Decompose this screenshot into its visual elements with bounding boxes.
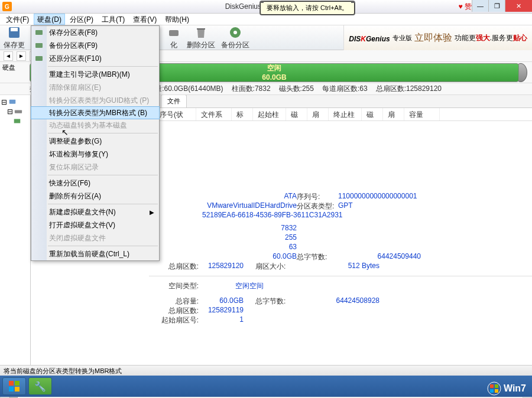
dl-totbytes: 总字节数: — [244, 296, 297, 306]
menu-item-18[interactable]: 打开虚拟硬盘文件(V) — [31, 218, 159, 231]
info-sectors-per-track: 每道扇区数:63 — [322, 84, 368, 94]
menu-tools[interactable]: 工具(T) — [98, 14, 128, 25]
dl-bytes: 总字节数: — [297, 252, 338, 262]
start-button[interactable] — [2, 377, 26, 395]
disk-tree[interactable]: ⊟ ⊟ ◄► — [0, 95, 31, 365]
menu-item-17[interactable]: 新建虚拟硬盘文件(N)▶ — [31, 205, 159, 218]
menu-item-19: 关闭虚拟硬盘文件 — [31, 231, 159, 244]
menu-partition[interactable]: 分区(P) — [66, 14, 97, 25]
menu-view[interactable]: 查看(V) — [129, 14, 160, 25]
menu-item-7[interactable]: 转换分区表类型为MBR格式 (B) — [31, 106, 160, 119]
maximize-button[interactable]: ❐ — [488, 0, 505, 12]
backup-label: 备份分区 — [221, 40, 249, 50]
svg-rect-7 — [15, 110, 22, 113]
svg-rect-16 — [490, 389, 494, 393]
release-input-tooltip: 要释放输入，请按 Ctrl+Alt。 — [260, 1, 355, 15]
trash-icon — [194, 25, 208, 40]
save-icon — [7, 25, 21, 40]
svg-rect-9 — [9, 381, 14, 386]
submenu-arrow-icon: ▶ — [150, 209, 154, 216]
menu-file[interactable]: 文件(F) — [2, 14, 33, 25]
menu-item-11[interactable]: 坏道检测与修复(Y) — [31, 148, 159, 161]
format-icon — [167, 25, 181, 40]
svg-rect-19 — [35, 43, 43, 48]
svg-rect-1 — [11, 28, 18, 31]
svg-rect-20 — [35, 56, 43, 61]
disk-bar-size: 60.0GB — [262, 73, 286, 81]
svg-rect-15 — [495, 384, 498, 388]
th-flag[interactable]: 标识 — [232, 108, 253, 120]
watermark: Win7 — [487, 381, 526, 396]
menu-item-10[interactable]: 调整硬盘参数(G) — [31, 135, 159, 148]
dv-model: VMwareVirtualIDEHardDrive — [202, 201, 297, 211]
info-total-sectors: 总扇区数:125829120 — [376, 84, 442, 94]
th-index[interactable]: 序号(状态) — [155, 108, 196, 120]
info-cylinders: 柱面数:7832 — [232, 84, 271, 94]
save-button[interactable]: 保存更 — [4, 25, 25, 50]
banner-slogan: 立即体验 — [414, 32, 452, 44]
menubar: 文件(F) 硬盘(D) 分区(P) 工具(T) 查看(V) 帮助(H) — [0, 14, 532, 25]
menu-item-5: 清除保留扇区(E) — [31, 81, 159, 94]
th-head1[interactable]: 磁头 — [286, 108, 307, 120]
th-capacity[interactable]: 容量 — [404, 108, 440, 120]
menu-item-8: 动态磁盘转换为基本磁盘 — [31, 119, 159, 132]
th-fs[interactable]: 文件系统 — [196, 108, 232, 120]
delete-label: 删除分区 — [187, 40, 215, 50]
dl-totsec: 总扇区数: — [149, 262, 202, 271]
dl-startsec: 起始扇区号: — [149, 315, 202, 325]
info-heads: 磁头数:255 — [279, 84, 314, 94]
th-end-cyl[interactable]: 终止柱面 — [329, 108, 362, 120]
disk-bar-label: 空闲 — [267, 63, 281, 73]
menu-disk[interactable]: 硬盘(D) — [34, 14, 65, 25]
tree-partition[interactable] — [1, 116, 29, 126]
menu-item-6: 转换分区表类型为GUID格式 (P) — [31, 94, 159, 107]
dl-secsize: 扇区大小: — [244, 262, 297, 271]
task-app-button[interactable]: 🔧 — [28, 377, 52, 395]
banner-edition: 专业版 — [392, 34, 412, 43]
dv-totbytes: 64424508928 — [297, 296, 379, 306]
svg-rect-18 — [35, 30, 43, 35]
format-button[interactable]: 化 — [167, 25, 181, 50]
th-sector1[interactable]: 扇区 — [307, 108, 329, 120]
menu-item-12: 复位坏扇区记录 — [31, 161, 159, 174]
svg-rect-10 — [15, 381, 20, 386]
menu-icon — [34, 28, 44, 37]
minimize-button[interactable]: — — [472, 0, 488, 12]
svg-rect-12 — [15, 387, 20, 392]
menu-item-14[interactable]: 快速分区(F6) — [31, 177, 159, 190]
menu-item-1[interactable]: 备份分区表(F9) — [31, 39, 159, 52]
menu-help[interactable]: 帮助(H) — [161, 14, 193, 25]
nav-back-button[interactable]: ◄ — [4, 51, 13, 61]
tree-root[interactable]: ⊟ — [1, 97, 29, 107]
tab-files[interactable]: 文件 — [161, 95, 187, 107]
format-label: 化 — [170, 40, 177, 50]
th-sector2[interactable]: 扇区 — [383, 108, 404, 120]
menu-item-0[interactable]: 保存分区表(F8) — [31, 26, 159, 39]
svg-rect-6 — [9, 100, 16, 104]
nav-forward-button[interactable]: ► — [17, 51, 26, 61]
partition-icon — [13, 117, 21, 125]
menu-item-15[interactable]: 删除所有分区(A) — [31, 190, 159, 203]
th-start-cyl[interactable]: 起始柱面 — [253, 108, 286, 120]
svg-rect-17 — [495, 389, 498, 393]
close-button[interactable]: ✕ — [505, 0, 532, 12]
tree-disk[interactable]: ⊟ — [1, 107, 29, 116]
mouse-cursor: ↖ — [61, 128, 69, 137]
menu-icon — [34, 41, 44, 50]
wrench-icon: 🔧 — [34, 381, 46, 392]
dv-guid: 52189EA6-6618-4536-89FB-3611C31A2931 — [202, 211, 356, 220]
menu-item-4[interactable]: 重建主引导记录(MBR)(M) — [31, 68, 159, 81]
menu-item-2[interactable]: 还原分区表(F10) — [31, 52, 159, 65]
delete-partition-button[interactable]: 删除分区 — [187, 25, 215, 50]
dv-pttype: GPT — [338, 201, 445, 211]
banner: DISKGenius 专业版 立即体验 功能更强大.服务更贴心 — [343, 25, 532, 50]
dv-bytes: 64424509440 — [338, 252, 421, 262]
th-head2[interactable]: 磁头 — [362, 108, 383, 120]
dl-totcap: 总容量: — [149, 296, 202, 306]
dv-spt: 63 — [202, 243, 297, 252]
backup-icon — [228, 25, 242, 40]
win7-flag-icon — [487, 381, 501, 396]
backup-partition-button[interactable]: 备份分区 — [221, 25, 249, 50]
menu-item-21[interactable]: 重新加载当前硬盘(Ctrl_L) — [31, 247, 159, 260]
svg-rect-14 — [490, 384, 494, 388]
